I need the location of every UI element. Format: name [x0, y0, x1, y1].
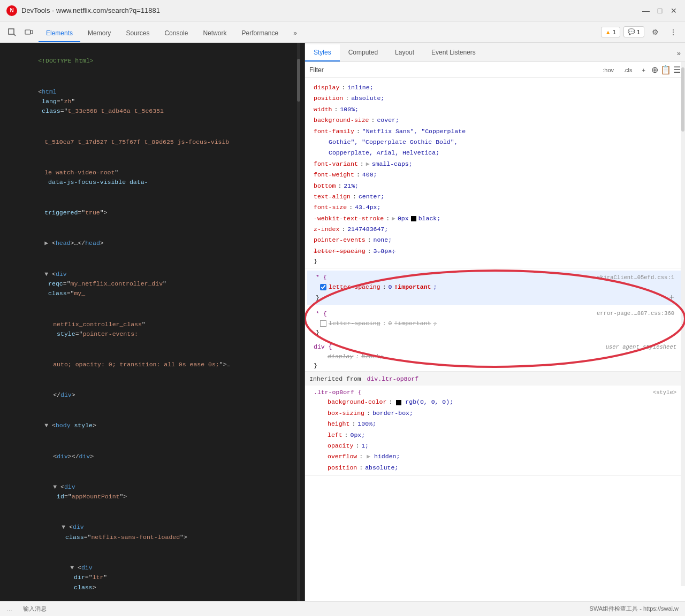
- css-selector-star2: * {: [316, 310, 327, 317]
- title-bar: N DevTools - www.netflix.com/search?q=11…: [0, 0, 685, 21]
- css-selector-div: div {: [314, 343, 332, 350]
- maximize-button[interactable]: □: [655, 6, 665, 16]
- tab-sources[interactable]: Sources: [118, 25, 157, 42]
- css-source-akira: akiraClient…05efd.css:1: [597, 274, 674, 281]
- title-bar-text: DevTools - www.netflix.com/search?q=1188…: [21, 6, 637, 14]
- bottom-left-status: …: [6, 606, 12, 612]
- css-block-top: display: inline; position: absolute; wid…: [305, 80, 685, 268]
- css-overflow-line: overflow : ▶ hidden;: [309, 451, 681, 462]
- highlighted-css-block: * { akiraClient…05efd.css:1 letter-spaci…: [307, 271, 683, 338]
- toggle-sidebar-button[interactable]: ☰: [673, 65, 681, 75]
- css-source-error: error-page.…887.css:360: [597, 310, 674, 317]
- styles-more-button[interactable]: »: [673, 45, 685, 61]
- css-position-line: position : absolute;: [309, 463, 681, 473]
- css-property-line2: letter-spacing : 0 !important ;: [311, 318, 679, 329]
- html-line: ▼ <div dir="ltr" class>: [0, 553, 305, 601]
- inspect-style-button[interactable]: 📋: [660, 65, 671, 75]
- svg-line-1: [14, 34, 16, 36]
- left-panel-scrollbar[interactable]: [297, 43, 300, 601]
- html-panel: <!DOCTYPE html> <html lang="zh" class="t…: [0, 43, 305, 601]
- styles-panel: Styles Computed Layout Event Listeners »…: [305, 43, 685, 601]
- html-line: ▶ <head>…</head>: [0, 228, 305, 259]
- css-line: background-size: cover;: [309, 115, 681, 126]
- inherited-from-text: Inherited from: [309, 375, 361, 382]
- html-line: <html lang="zh" class="t_33e568 t_adb46a…: [0, 76, 305, 127]
- css-important-mark: !important: [394, 282, 431, 292]
- css-line: pointer-events: none;: [309, 235, 681, 245]
- add-property-button[interactable]: +: [669, 293, 674, 303]
- css-selector-ltr: .ltr-op8orf {: [314, 389, 362, 396]
- css-line: position: absolute;: [309, 93, 681, 104]
- tab-elements[interactable]: Elements: [39, 25, 80, 42]
- css-property-checkbox-unchecked[interactable]: [320, 320, 326, 327]
- doctype: <!DOCTYPE html>: [38, 57, 94, 64]
- svg-rect-2: [25, 30, 31, 34]
- css-line: font-family: "Netflix Sans", "Copperplat…: [309, 126, 681, 137]
- bg-color-swatch: [396, 400, 401, 405]
- tab-memory[interactable]: Memory: [80, 25, 118, 42]
- css-line: width: 100%;: [309, 104, 681, 115]
- css-selector-row: * { akiraClient…05efd.css:1: [311, 273, 679, 282]
- new-style-rule-button[interactable]: ⊕: [651, 65, 658, 75]
- html-line: auto; opacity: 0; transition: all 0s eas…: [0, 350, 305, 380]
- tab-more[interactable]: »: [286, 25, 305, 42]
- device-toggle-button[interactable]: [21, 25, 36, 40]
- tab-performance[interactable]: Performance: [234, 25, 286, 42]
- info-count: 1: [637, 29, 640, 35]
- css-ua-property-line: display : block;: [309, 351, 681, 362]
- filter-input[interactable]: [327, 66, 596, 74]
- styles-tab-bar: Styles Computed Layout Event Listeners »: [305, 43, 685, 62]
- html-line: <div></div>: [0, 441, 305, 472]
- filter-buttons: :hov .cls + ⊕ 📋 ☰: [599, 65, 681, 75]
- inspect-element-button[interactable]: [4, 25, 19, 40]
- tab-styles[interactable]: Styles: [305, 44, 340, 61]
- warning-badge[interactable]: ▲ 1: [601, 27, 620, 37]
- hov-button[interactable]: :hov: [599, 65, 618, 75]
- tab-console[interactable]: Console: [157, 25, 195, 42]
- inherited-selector: div.ltr-op8orf: [367, 375, 419, 382]
- css-line: bottom: 21%;: [309, 181, 681, 191]
- css-close-brace: }: [309, 257, 681, 266]
- css-inherited-selector-row: .ltr-op8orf { <style>: [309, 388, 681, 397]
- right-panel-scrollbar[interactable]: [681, 62, 685, 586]
- css-left-line: left : 0px;: [309, 430, 681, 441]
- css-line: display: inline;: [309, 82, 681, 93]
- warning-icon: ▲: [605, 29, 611, 35]
- more-options-button[interactable]: ⋮: [666, 25, 681, 40]
- close-button[interactable]: ✕: [669, 6, 679, 16]
- info-badge[interactable]: 💬 1: [623, 26, 644, 37]
- settings-button[interactable]: ⚙: [648, 25, 663, 40]
- bottom-bar: … 输入消息 SWA组件检查工具 - https://swai.w: [0, 601, 685, 616]
- html-line: ▼ <div class="netflix-sans-font-loaded">: [0, 512, 305, 553]
- css-bg-color-line: background-color : rgb(0, 0, 0);: [309, 397, 681, 407]
- svg-rect-0: [9, 29, 14, 34]
- css-property-line: letter-spacing : 0 !important ;: [311, 282, 679, 292]
- tab-computed[interactable]: Computed: [340, 44, 386, 61]
- bottom-left-text: 输入消息: [23, 605, 47, 613]
- html-content[interactable]: <!DOCTYPE html> <html lang="zh" class="t…: [0, 43, 305, 601]
- add-style-button[interactable]: +: [638, 65, 649, 75]
- html-line: ▼ <body style>: [0, 411, 305, 441]
- tab-event-listeners[interactable]: Event Listeners: [423, 44, 484, 61]
- css-rule-user-agent: div { user agent stylesheet display : bl…: [305, 340, 685, 372]
- css-content[interactable]: display: inline; position: absolute; wid…: [305, 78, 685, 601]
- css-line: font-size: 43.4px;: [309, 202, 681, 213]
- css-property-checkbox[interactable]: [320, 284, 326, 290]
- bottom-right-text: SWA组件检查工具 - https://swai.w: [590, 605, 679, 613]
- css-line: letter-spacing: 3.8px;: [309, 246, 681, 257]
- app-icon: N: [6, 5, 17, 16]
- info-icon: 💬: [628, 28, 635, 35]
- css-selector-row2: * { error-page.…887.css:360: [311, 309, 679, 318]
- css-selector-star: * {: [316, 274, 327, 281]
- html-line: </div>: [0, 380, 305, 411]
- minimize-button[interactable]: —: [641, 6, 651, 16]
- html-line: netflix_controller_class" style="pointer…: [0, 309, 305, 350]
- cls-button[interactable]: .cls: [620, 65, 636, 75]
- html-line: triggered="true">: [0, 198, 305, 228]
- warning-count: 1: [613, 29, 616, 35]
- html-line: le watch-video-root" data-js-focus-visib…: [0, 157, 305, 198]
- tab-layout[interactable]: Layout: [386, 44, 423, 61]
- tab-network[interactable]: Network: [195, 25, 234, 42]
- devtools-toolbar: Elements Memory Sources Console Network …: [0, 21, 685, 43]
- css-rule-error-page: * { error-page.…887.css:360 letter-spaci…: [307, 307, 683, 338]
